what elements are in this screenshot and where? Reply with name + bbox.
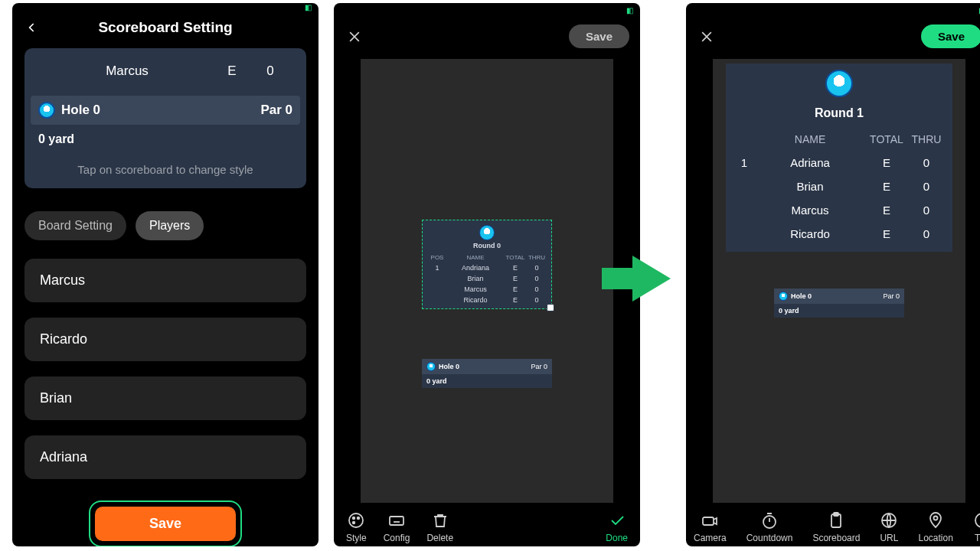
player-item[interactable]: Marcus	[24, 259, 306, 302]
screen-scoreboard-setting: ▮▯ Scoreboard Setting Marcus E 0 Hole 0 …	[12, 3, 318, 546]
golf-logo-icon	[779, 292, 788, 301]
clock-icon	[973, 511, 980, 530]
save-button[interactable]: Save	[569, 24, 629, 48]
toolbar: Style Config Delete Done	[334, 505, 640, 546]
header: Save	[334, 17, 640, 56]
table-header: POS NAME TOTAL THRU	[423, 253, 551, 262]
toolbar: Camera Countdown Scoreboard URL Location	[686, 505, 980, 546]
screen-layout-preview: ▮▯ Save Round 1 NAME TOTAL THRU 1 Adrian…	[686, 3, 980, 546]
save-button[interactable]: Save	[921, 24, 980, 48]
clipboard-icon	[827, 511, 845, 530]
scoreboard-button[interactable]: Scoreboard	[812, 511, 860, 543]
golf-logo-icon	[479, 225, 495, 240]
tab-players[interactable]: Players	[136, 211, 204, 240]
camera-icon	[701, 511, 719, 530]
svg-point-2	[358, 517, 360, 520]
countdown-button[interactable]: Countdown	[746, 511, 793, 543]
url-button[interactable]: URL	[880, 511, 898, 543]
hole-widget[interactable]: Hole 0 Par 0 0 yard	[774, 289, 904, 318]
round-title: Round 1	[726, 102, 952, 128]
scoreboard-widget[interactable]: Round 0 POS NAME TOTAL THRU 1 Andriana E…	[422, 220, 552, 309]
par-label: Par 0	[883, 292, 900, 300]
trash-icon	[431, 511, 449, 530]
table-row: Marcus E 0	[423, 284, 551, 295]
table-row: Brian E 0	[423, 273, 551, 284]
table-row: Ricardo E 0	[726, 222, 952, 246]
editor-canvas[interactable]: Round 0 POS NAME TOTAL THRU 1 Andriana E…	[361, 59, 613, 503]
tab-board-setting[interactable]: Board Setting	[24, 211, 126, 240]
preview-row: Marcus E 0	[24, 57, 306, 85]
hole-label: Hole 0	[439, 363, 528, 370]
tabs: Board Setting Players	[24, 211, 306, 240]
palette-icon	[347, 511, 365, 530]
camera-button[interactable]: Camera	[694, 511, 727, 543]
close-icon[interactable]	[345, 27, 364, 47]
battery-icon: ▮▯	[626, 6, 632, 15]
status-bar: ▮▯	[334, 3, 640, 17]
golf-logo-icon	[825, 70, 853, 97]
round-title: Round 0	[423, 242, 551, 249]
header: Save	[686, 17, 980, 56]
scoreboard-widget[interactable]: Round 1 NAME TOTAL THRU 1 Adriana E 0 Br…	[726, 64, 952, 252]
globe-icon	[880, 511, 898, 530]
preview-total: E	[213, 64, 251, 79]
par-label: Par 0	[260, 103, 292, 118]
yard-label: 0 yard	[774, 304, 904, 318]
par-label: Par 0	[531, 363, 547, 370]
editor-canvas[interactable]: Round 1 NAME TOTAL THRU 1 Adriana E 0 Br…	[713, 59, 965, 503]
svg-rect-4	[390, 517, 403, 525]
svg-point-3	[353, 522, 355, 524]
svg-point-1	[353, 517, 355, 520]
preview-player-name: Marcus	[41, 64, 213, 79]
screen-editor: ▮▯ Save Round 0 POS NAME TOTAL THRU 1 An…	[334, 3, 640, 546]
player-item[interactable]: Ricardo	[24, 318, 306, 361]
yard-label: 0 yard	[24, 125, 306, 146]
yard-label: 0 yard	[422, 374, 552, 388]
hole-label: Hole 0	[791, 292, 880, 300]
status-bar: ▮▯	[686, 3, 980, 17]
golf-logo-icon	[426, 362, 436, 371]
table-row: Marcus E 0	[726, 198, 952, 222]
style-button[interactable]: Style	[346, 511, 367, 543]
header: Scoreboard Setting	[12, 11, 318, 44]
keyboard-icon	[387, 511, 406, 530]
tap-hint: Tap on scoreboard to change style	[24, 146, 306, 176]
stopwatch-icon	[760, 511, 779, 530]
table-row: 1 Andriana E 0	[423, 262, 551, 273]
close-icon[interactable]	[697, 27, 717, 47]
page-title: Scoreboard Setting	[24, 19, 306, 36]
svg-point-17	[975, 514, 980, 527]
save-button[interactable]: Save	[95, 507, 236, 541]
resize-handle-icon[interactable]	[547, 304, 554, 311]
location-button[interactable]: Location	[918, 511, 952, 543]
player-item[interactable]: Adriana	[24, 435, 306, 479]
hole-row: Hole 0 Par 0	[31, 96, 300, 125]
done-button[interactable]: Done	[606, 511, 628, 543]
preview-thru: 0	[251, 64, 289, 79]
golf-logo-icon	[38, 102, 55, 119]
scoreboard-preview[interactable]: Marcus E 0 Hole 0 Par 0 0 yard Tap on sc…	[24, 48, 306, 188]
hole-label: Hole 0	[61, 103, 260, 118]
pin-icon	[926, 511, 945, 530]
table-row: Ricardo E 0	[423, 295, 551, 305]
player-item[interactable]: Brian	[24, 377, 306, 420]
hole-widget[interactable]: Hole 0 Par 0 0 yard	[422, 359, 552, 388]
table-row: 1 Adriana E 0	[726, 151, 952, 174]
svg-point-0	[349, 514, 363, 527]
config-button[interactable]: Config	[384, 511, 410, 543]
table-header: NAME TOTAL THRU	[726, 128, 952, 151]
delete-button[interactable]: Delete	[426, 511, 453, 543]
check-icon	[608, 511, 626, 530]
table-row: Brian E 0	[726, 174, 952, 198]
time-button[interactable]: Tim	[973, 511, 980, 543]
svg-point-16	[934, 517, 938, 520]
transition-arrow-icon	[655, 3, 678, 302]
svg-rect-11	[703, 517, 714, 525]
battery-icon: ▮▯	[305, 3, 311, 11]
status-bar: ▮▯	[12, 3, 318, 11]
save-button-highlight: Save	[89, 500, 242, 546]
